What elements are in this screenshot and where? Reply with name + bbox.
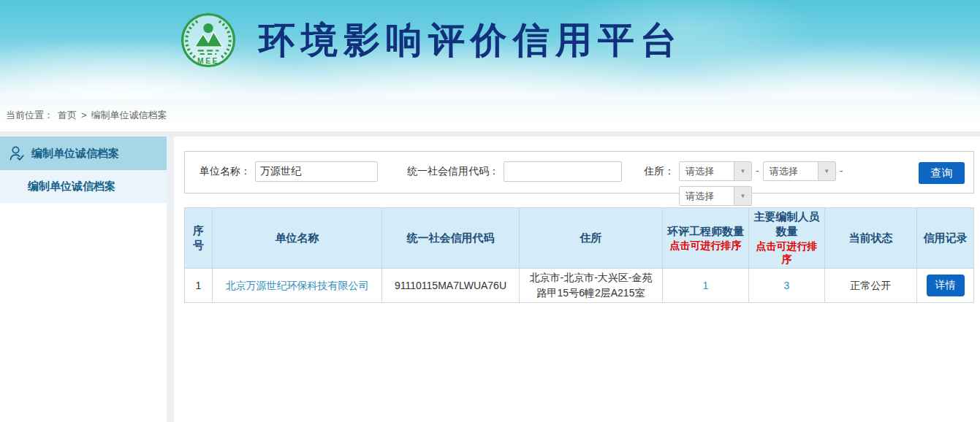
engineer-header-label: 环评工程师数量 — [667, 225, 744, 237]
row-credit-code: 91110115MA7LWUA76U — [382, 269, 520, 303]
company-name-field: 单位名称： — [200, 161, 378, 182]
company-name-input[interactable] — [255, 161, 378, 182]
address-dash: - — [756, 161, 759, 181]
search-button[interactable]: 查询 — [919, 162, 965, 184]
main-panel: 单位名称： 统一社会信用代码： 住所： 请选择 ▼ - 请选择 ▼ — [174, 137, 980, 422]
col-code-header: 统一社会信用代码 — [382, 208, 520, 269]
province-select-value: 请选择 — [680, 162, 734, 180]
sidebar-divider — [167, 137, 174, 422]
address-selects: 请选择 ▼ - 请选择 ▼ - 请选择 ▼ — [679, 161, 853, 206]
col-credit-header: 信用记录 — [917, 208, 974, 269]
site-header: MEE 环境影响评价信用平台 — [0, 0, 980, 99]
col-status-header: 当前状态 — [825, 208, 917, 269]
address-field: 住所： 请选择 ▼ - 请选择 ▼ - 请选择 ▼ — [644, 161, 853, 182]
content-area: 编制单位诚信档案 编制单位诚信档案 单位名称： 统一社会信用代码： 住所： 请选… — [0, 137, 980, 422]
company-name-link[interactable]: 北京万源世纪环保科技有限公司 — [226, 280, 369, 291]
header-divider — [0, 131, 980, 137]
credit-code-field: 统一社会信用代码： — [407, 161, 622, 182]
sidebar-item-label: 编制单位诚信档案 — [28, 180, 115, 193]
user-check-icon — [9, 145, 25, 161]
col-seq-header: 序号 — [185, 208, 213, 269]
breadcrumb: 当前位置： 首页 > 编制单位诚信档案 — [0, 99, 980, 131]
sidebar: 编制单位诚信档案 编制单位诚信档案 — [0, 137, 167, 422]
staff-header-label: 主要编制人员数量 — [754, 210, 820, 237]
table-header-row: 序号 单位名称 统一社会信用代码 住所 环评工程师数量 点击可进行排序 主要编制… — [185, 208, 974, 269]
district-select-value: 请选择 — [680, 187, 734, 205]
staff-count-link[interactable]: 3 — [784, 280, 790, 291]
search-panel: 单位名称： 统一社会信用代码： 住所： 请选择 ▼ - 请选择 ▼ — [184, 151, 974, 193]
address-dash: - — [840, 161, 843, 181]
sidebar-group-credit-archive[interactable]: 编制单位诚信档案 — [0, 137, 167, 170]
city-select[interactable]: 请选择 ▼ — [763, 161, 836, 181]
province-select[interactable]: 请选择 ▼ — [679, 161, 752, 181]
col-engineer-header[interactable]: 环评工程师数量 点击可进行排序 — [663, 208, 749, 269]
breadcrumb-home-link[interactable]: 首页 — [58, 109, 77, 122]
address-label: 住所： — [644, 161, 675, 181]
credit-code-input[interactable] — [504, 161, 622, 182]
district-select[interactable]: 请选择 ▼ — [679, 186, 752, 206]
credit-code-label: 统一社会信用代码： — [407, 165, 499, 178]
detail-button[interactable]: 详情 — [927, 275, 965, 296]
dropdown-arrow-icon[interactable]: ▼ — [734, 187, 751, 205]
row-address: 北京市-北京市-大兴区-金苑路甲15号6幢2层A215室 — [520, 269, 663, 303]
table-row: 1 北京万源世纪环保科技有限公司 91110115MA7LWUA76U 北京市-… — [185, 269, 974, 303]
row-seq: 1 — [185, 269, 213, 303]
sidebar-group-label: 编制单位诚信档案 — [31, 147, 119, 161]
mee-logo-text: MEE — [197, 57, 219, 65]
breadcrumb-prefix: 当前位置： — [6, 109, 53, 122]
city-select-value: 请选择 — [764, 162, 818, 180]
engineer-sort-hint[interactable]: 点击可进行排序 — [666, 239, 745, 253]
row-status: 正常公开 — [825, 269, 917, 303]
breadcrumb-separator: > — [81, 110, 87, 120]
mee-logo-icon: MEE — [180, 12, 237, 69]
sidebar-item-credit-archive[interactable]: 编制单位诚信档案 — [0, 170, 167, 203]
col-name-header: 单位名称 — [213, 208, 382, 269]
result-table: 序号 单位名称 统一社会信用代码 住所 环评工程师数量 点击可进行排序 主要编制… — [184, 207, 974, 303]
col-address-header: 住所 — [520, 208, 663, 269]
col-staff-header[interactable]: 主要编制人员数量 点击可进行排序 — [749, 208, 825, 269]
dropdown-arrow-icon[interactable]: ▼ — [818, 162, 835, 180]
site-title: 环境影响评价信用平台 — [259, 22, 683, 58]
breadcrumb-current-link[interactable]: 编制单位诚信档案 — [91, 109, 167, 122]
brand: MEE 环境影响评价信用平台 — [0, 0, 980, 69]
company-name-label: 单位名称： — [200, 165, 251, 178]
dropdown-arrow-icon[interactable]: ▼ — [734, 162, 751, 180]
engineer-count-link[interactable]: 1 — [703, 280, 709, 291]
staff-sort-hint[interactable]: 点击可进行排序 — [752, 239, 821, 267]
